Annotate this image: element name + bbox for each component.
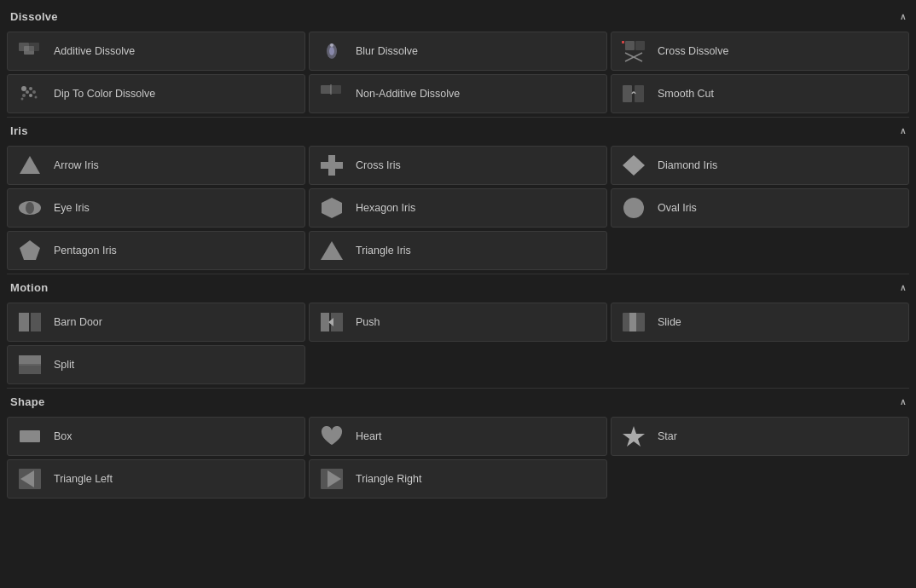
svg-rect-26 [321,162,343,169]
svg-rect-40 [629,313,636,331]
diamond-iris-item[interactable]: Diamond Iris [611,146,909,185]
motion-section-header[interactable]: Motion ∧ [7,274,909,301]
svg-point-12 [22,94,26,97]
motion-chevron: ∧ [900,283,906,292]
push-item[interactable]: Push [309,303,607,342]
blur-dissolve-item[interactable]: Blur Dissolve [309,32,607,71]
svg-rect-22 [623,85,632,102]
star-item[interactable]: Star [611,417,909,456]
shape-section-header[interactable]: Shape ∧ [7,388,909,415]
slide-label: Slide [658,316,681,328]
arrow-iris-icon [14,151,45,180]
svg-point-15 [32,90,36,94]
cross-dissolve-item[interactable]: Cross Dissolve [611,32,909,71]
triangle-left-label: Triangle Left [54,473,113,485]
svg-marker-45 [623,426,645,447]
heart-item[interactable]: Heart [309,417,607,456]
triangle-iris-item[interactable]: Triangle Iris [309,231,607,270]
triangle-right-item[interactable]: Triangle Right [309,459,607,499]
svg-point-4 [329,47,334,55]
svg-point-18 [21,98,24,101]
star-icon [618,422,649,451]
pentagon-iris-item[interactable]: Pentagon Iris [7,231,305,270]
cross-iris-icon [316,151,347,180]
shape-grid: Box Heart Star [7,417,909,499]
triangle-right-label: Triangle Right [356,473,421,485]
iris-label: Iris [10,124,28,137]
svg-rect-7 [625,41,635,50]
oval-iris-item[interactable]: Oval Iris [611,188,909,228]
svg-marker-33 [321,241,343,260]
svg-rect-8 [635,41,645,50]
smooth-cut-label: Smooth Cut [658,88,714,100]
smooth-cut-item[interactable]: Smooth Cut [611,74,909,113]
hexagon-iris-label: Hexagon Iris [356,202,415,214]
additive-dissolve-label: Additive Dissolve [54,45,135,57]
additive-dissolve-item[interactable]: Additive Dissolve [7,32,305,71]
triangle-iris-icon [316,236,347,265]
eye-iris-item[interactable]: Eye Iris [7,188,305,228]
svg-point-29 [26,202,34,214]
non-additive-dissolve-label: Non-Additive Dissolve [356,88,460,100]
svg-rect-41 [19,355,41,364]
iris-section-header[interactable]: Iris ∧ [7,117,909,144]
smooth-cut-icon [618,79,649,108]
svg-marker-30 [322,198,342,218]
non-additive-dissolve-item[interactable]: Non-Additive Dissolve [309,74,607,113]
pentagon-iris-icon [14,236,45,265]
triangle-left-item[interactable]: Triangle Left [7,459,305,499]
svg-marker-32 [20,240,40,260]
svg-rect-34 [19,313,29,331]
dissolve-label: Dissolve [10,10,58,23]
svg-point-31 [623,198,644,218]
svg-rect-44 [20,430,40,442]
svg-rect-23 [635,85,644,102]
svg-rect-2 [29,43,39,51]
svg-point-16 [29,94,32,97]
heart-label: Heart [356,430,382,442]
hexagon-iris-item[interactable]: Hexagon Iris [309,188,607,228]
svg-rect-36 [321,313,329,331]
oval-iris-label: Oval Iris [658,202,697,214]
star-label: Star [658,430,677,442]
split-item[interactable]: Split [7,345,305,384]
cross-iris-label: Cross Iris [356,159,401,171]
push-icon [316,308,347,337]
dissolve-section-header[interactable]: Dissolve ∧ [7,3,909,30]
motion-label: Motion [10,281,48,294]
arrow-iris-label: Arrow Iris [54,159,99,171]
box-item[interactable]: Box [7,417,305,456]
cross-iris-item[interactable]: Cross Iris [309,146,607,185]
blur-dissolve-label: Blur Dissolve [356,45,418,57]
svg-marker-24 [20,156,40,174]
slide-item[interactable]: Slide [611,303,909,342]
diamond-iris-icon [618,151,649,180]
eye-iris-icon [14,193,45,222]
svg-point-5 [330,43,333,47]
dip-to-color-dissolve-label: Dip To Color Dissolve [54,88,155,100]
slide-icon [618,308,649,337]
svg-rect-35 [31,313,41,331]
blur-dissolve-icon [316,37,347,66]
barn-door-label: Barn Door [54,316,102,328]
svg-rect-19 [321,85,331,94]
shape-chevron: ∧ [900,397,906,406]
svg-point-13 [26,90,29,94]
barn-door-item[interactable]: Barn Door [7,303,305,342]
svg-point-17 [35,96,38,99]
svg-point-14 [29,87,32,90]
dissolve-grid: Additive Dissolve Blur Dissolve [7,32,909,113]
additive-dissolve-icon [14,37,45,66]
svg-point-11 [21,86,26,91]
barn-door-icon [14,308,45,337]
eye-iris-label: Eye Iris [54,202,90,214]
box-icon [14,422,45,451]
dissolve-chevron: ∧ [900,12,906,21]
box-label: Box [54,430,72,442]
dip-to-color-dissolve-item[interactable]: Dip To Color Dissolve [7,74,305,113]
oval-iris-icon [618,193,649,222]
triangle-right-icon [316,464,347,493]
split-label: Split [54,359,74,371]
transitions-panel: Dissolve ∧ Additive Dissolve Bl [0,3,916,512]
arrow-iris-item[interactable]: Arrow Iris [7,146,305,185]
